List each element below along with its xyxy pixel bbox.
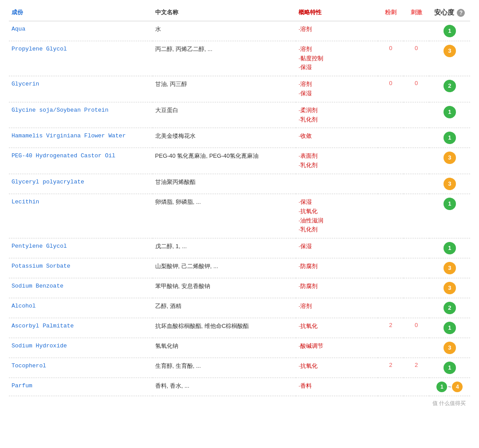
ingredient-irritant: [404, 338, 429, 358]
ingredient-irritant: [404, 298, 429, 318]
ingredient-safety: 1: [429, 21, 471, 41]
ingredient-chinese-name: 戊二醇, 1, ...: [153, 238, 296, 258]
ingredient-safety: 1~4: [429, 378, 471, 396]
ingredient-properties: ·溶剂: [296, 21, 378, 41]
ingredient-chinese-name: 甘油聚丙烯酸酯: [153, 174, 296, 194]
ingredient-irritant: 0: [404, 41, 429, 76]
ingredients-table-container: 成份 中文名称 概略特性 粉刺 刺激 安心度 ? Aqua水·溶剂1Propyl…: [0, 0, 479, 421]
safety-badge: 3: [444, 152, 456, 164]
header-irritant: 刺激: [404, 4, 429, 21]
table-row: Aqua水·溶剂1: [9, 21, 470, 41]
ingredient-safety: 1: [429, 358, 471, 378]
ingredient-name[interactable]: Sodium Benzoate: [9, 278, 153, 298]
ingredient-properties: ·防腐剂: [296, 258, 378, 278]
ingredient-properties: ·收敛: [296, 128, 378, 148]
ingredient-irritant: 0: [404, 318, 429, 338]
safety-badge: 1: [444, 106, 456, 118]
ingredient-irritant: [404, 194, 429, 238]
table-row: Tocopherol生育醇, 生育酚, ...·抗氧化221: [9, 358, 470, 378]
ingredient-chinese-name: 卵燐脂, 卵磷脂, ...: [153, 194, 296, 238]
ingredient-safety: 1: [429, 102, 471, 128]
ingredient-name[interactable]: Alcohol: [9, 298, 153, 318]
ingredient-safety: 1: [429, 238, 471, 258]
table-row: Ascorbyl Palmitate抗坏血酸棕榈酸酯, 维他命C棕榈酸酯·抗氧化…: [9, 318, 470, 338]
ingredient-properties: ·表面剂·乳化剂: [296, 148, 378, 174]
ingredient-chinese-name: 抗坏血酸棕榈酸酯, 维他命C棕榈酸酯: [153, 318, 296, 338]
safety-badge: 1: [444, 362, 456, 374]
safety-badge: 3: [444, 282, 456, 294]
table-row: Alcohol乙醇, 酒精·溶剂2: [9, 298, 470, 318]
safety-badge: 2: [444, 302, 456, 314]
table-row: Potassium Sorbate山梨酸钾, 己二烯酸钾, ...·防腐剂3: [9, 258, 470, 278]
ingredient-irritant: [404, 378, 429, 396]
ingredient-name[interactable]: Ascorbyl Palmitate: [9, 318, 153, 338]
ingredient-properties: ·溶剂: [296, 298, 378, 318]
header-property: 概略特性: [296, 4, 378, 21]
ingredient-name[interactable]: PEG-40 Hydrogenated Castor Oil: [9, 148, 153, 174]
table-row: Lecithin卵燐脂, 卵磷脂, ...·保湿·抗氧化·油性滋润·乳化剂1: [9, 194, 470, 238]
ingredient-name[interactable]: Glycerin: [9, 76, 153, 102]
ingredient-safety: 1: [429, 194, 471, 238]
safety-badge: 1: [444, 132, 456, 144]
safety-badge: 1: [444, 25, 456, 37]
ingredient-name[interactable]: Sodium Hydroxide: [9, 338, 153, 358]
ingredient-name[interactable]: Pentylene Glycol: [9, 238, 153, 258]
ingredient-chinese-name: 氢氧化钠: [153, 338, 296, 358]
ingredient-irritant: [404, 238, 429, 258]
ingredient-chinese-name: 大豆蛋白: [153, 102, 296, 128]
ingredient-name[interactable]: Glyceryl polyacrylate: [9, 174, 153, 194]
ingredient-irritant: 2: [404, 358, 429, 378]
ingredient-name[interactable]: Tocopherol: [9, 358, 153, 378]
ingredient-name[interactable]: Parfum: [9, 378, 153, 396]
table-row: Parfum香料, 香水, ...·香料1~4: [9, 378, 470, 396]
ingredient-chinese-name: 丙二醇, 丙烯乙二醇, ...: [153, 41, 296, 76]
safety-badge: 1: [444, 198, 456, 210]
ingredient-safety: 3: [429, 258, 471, 278]
ingredient-safety: 3: [429, 148, 471, 174]
table-row: Propylene Glycol丙二醇, 丙烯乙二醇, ...·溶剂·黏度控制·…: [9, 41, 470, 76]
ingredient-properties: ·柔润剂·乳化剂: [296, 102, 378, 128]
ingredient-properties: ·防腐剂: [296, 278, 378, 298]
safety-badge: 3: [444, 45, 456, 57]
ingredient-acne: [378, 338, 404, 358]
ingredient-chinese-name: 乙醇, 酒精: [153, 298, 296, 318]
ingredient-acne: 0: [378, 76, 404, 102]
ingredient-name[interactable]: Aqua: [9, 21, 153, 41]
table-row: Glycine soja/Soybean Protein大豆蛋白·柔润剂·乳化剂…: [9, 102, 470, 128]
ingredient-acne: [378, 128, 404, 148]
header-safety: 安心度 ?: [429, 4, 471, 21]
ingredient-name[interactable]: Hamamelis Virginiana Flower Water: [9, 128, 153, 148]
ingredient-safety: 1: [429, 318, 471, 338]
ingredient-irritant: [404, 102, 429, 128]
ingredient-properties: ·保湿·抗氧化·油性滋润·乳化剂: [296, 194, 378, 238]
ingredient-name[interactable]: Potassium Sorbate: [9, 258, 153, 278]
ingredient-chinese-name: 甘油, 丙三醇: [153, 76, 296, 102]
header-acne: 粉刺: [378, 4, 404, 21]
ingredient-properties: ·抗氧化: [296, 318, 378, 338]
ingredient-properties: ·抗氧化: [296, 358, 378, 378]
ingredient-irritant: [404, 128, 429, 148]
ingredient-acne: [378, 238, 404, 258]
table-row: PEG-40 Hydrogenated Castor OilPEG-40 氢化蓖…: [9, 148, 470, 174]
ingredient-irritant: [404, 21, 429, 41]
ingredients-table: 成份 中文名称 概略特性 粉刺 刺激 安心度 ? Aqua水·溶剂1Propyl…: [9, 4, 470, 396]
table-row: Hamamelis Virginiana Flower Water北美金缕梅花水…: [9, 128, 470, 148]
help-icon[interactable]: ?: [457, 9, 465, 17]
safety-badge: 1: [444, 322, 456, 334]
ingredient-safety: 3: [429, 278, 471, 298]
ingredient-acne: [378, 258, 404, 278]
ingredient-safety: 1: [429, 128, 471, 148]
ingredient-name[interactable]: Lecithin: [9, 194, 153, 238]
ingredient-name[interactable]: Glycine soja/Soybean Protein: [9, 102, 153, 128]
ingredient-properties: ·溶剂·黏度控制·保湿: [296, 41, 378, 76]
table-row: Sodium Benzoate苯甲酸钠, 安息香酸钠·防腐剂3: [9, 278, 470, 298]
ingredient-irritant: [404, 174, 429, 194]
ingredient-acne: [378, 174, 404, 194]
ingredient-acne: 2: [378, 318, 404, 338]
ingredient-acne: [378, 278, 404, 298]
ingredient-acne: 0: [378, 41, 404, 76]
ingredient-name[interactable]: Propylene Glycol: [9, 41, 153, 76]
ingredient-chinese-name: 香料, 香水, ...: [153, 378, 296, 396]
ingredient-safety: 2: [429, 76, 471, 102]
ingredient-properties: ·溶剂·保湿: [296, 76, 378, 102]
